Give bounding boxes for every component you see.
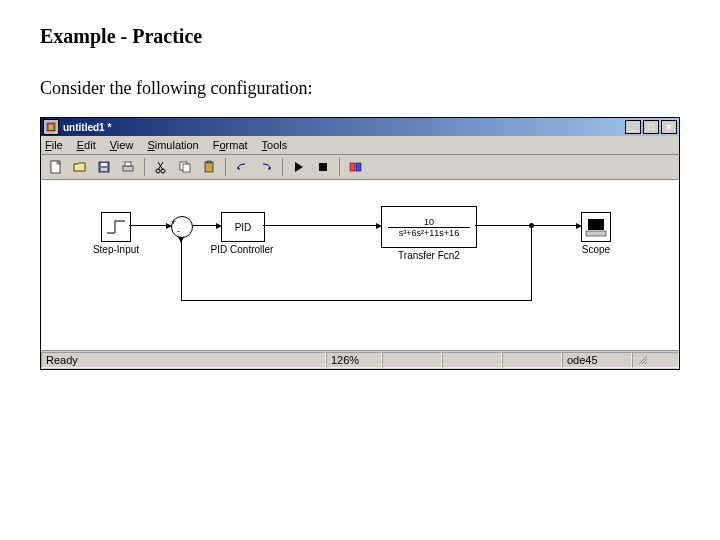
maximize-button[interactable]: □: [643, 120, 659, 134]
cut-button[interactable]: [150, 156, 172, 178]
separator: [144, 158, 145, 176]
arrow-icon: [178, 237, 184, 243]
stop-button[interactable]: [312, 156, 334, 178]
slide-subtitle: Consider the following configuration:: [40, 78, 680, 99]
svg-rect-7: [125, 162, 131, 166]
wire: [181, 238, 182, 301]
redo-button[interactable]: [255, 156, 277, 178]
paste-button[interactable]: [198, 156, 220, 178]
svg-rect-4: [101, 163, 107, 166]
resize-grip[interactable]: [632, 352, 679, 368]
label-pid: PID Controller: [207, 244, 277, 255]
arrow-icon: [166, 223, 172, 229]
status-cell: [442, 352, 502, 368]
svg-rect-15: [350, 163, 355, 171]
label-transfer-fcn: Transfer Fcn2: [386, 250, 472, 261]
status-cell: [502, 352, 562, 368]
status-cell: [382, 352, 442, 368]
arrow-icon: [576, 223, 582, 229]
tf-numerator: 10: [424, 217, 434, 227]
menubar: File Edit View Simulation Format Tools: [41, 136, 679, 155]
titlebar: untitled1 * _ □ ×: [41, 118, 679, 136]
menu-simulation[interactable]: Simulation: [147, 139, 198, 151]
model-canvas[interactable]: Step-Input + - PID PID Controller 10 s³+…: [41, 180, 679, 351]
separator: [282, 158, 283, 176]
block-transfer-fcn[interactable]: 10 s³+6s²+11s+16: [381, 206, 477, 248]
svg-rect-6: [123, 166, 133, 171]
status-solver: ode45: [562, 352, 632, 368]
save-button[interactable]: [93, 156, 115, 178]
svg-rect-13: [207, 161, 211, 163]
slide-title: Example - Practice: [40, 25, 680, 48]
print-button[interactable]: [117, 156, 139, 178]
statusbar: Ready 126% ode45: [41, 351, 679, 369]
svg-rect-1: [49, 125, 53, 129]
status-ready: Ready: [41, 352, 326, 368]
arrow-icon: [216, 223, 222, 229]
arrow-icon: [376, 223, 382, 229]
menu-file[interactable]: File: [45, 139, 63, 151]
wire: [181, 300, 532, 301]
menu-format[interactable]: Format: [213, 139, 248, 151]
block-sum[interactable]: + -: [171, 216, 193, 238]
new-button[interactable]: [45, 156, 67, 178]
menu-tools[interactable]: Tools: [262, 139, 288, 151]
library-button[interactable]: [345, 156, 367, 178]
block-step-input[interactable]: [101, 212, 131, 242]
wire: [475, 225, 581, 226]
tf-denominator: s³+6s²+11s+16: [399, 228, 459, 238]
block-pid[interactable]: PID: [221, 212, 265, 242]
separator: [225, 158, 226, 176]
svg-rect-11: [183, 164, 190, 172]
close-button[interactable]: ×: [661, 120, 677, 134]
status-zoom: 126%: [326, 352, 382, 368]
branch-node: [529, 223, 534, 228]
svg-rect-5: [101, 168, 107, 171]
block-scope[interactable]: [581, 212, 611, 242]
svg-rect-12: [205, 162, 213, 172]
separator: [339, 158, 340, 176]
toolbar: [41, 155, 679, 180]
wire: [263, 225, 381, 226]
wire: [531, 225, 532, 300]
svg-rect-17: [588, 219, 604, 230]
label-scope: Scope: [579, 244, 613, 255]
svg-rect-18: [586, 231, 606, 236]
label-step-input: Step-Input: [88, 244, 144, 255]
app-icon: [43, 119, 59, 135]
svg-rect-14: [319, 163, 327, 171]
wire: [129, 225, 171, 226]
simulink-window: untitled1 * _ □ × File Edit View Simulat…: [40, 117, 680, 370]
undo-button[interactable]: [231, 156, 253, 178]
copy-button[interactable]: [174, 156, 196, 178]
run-button[interactable]: [288, 156, 310, 178]
menu-view[interactable]: View: [110, 139, 134, 151]
open-button[interactable]: [69, 156, 91, 178]
minimize-button[interactable]: _: [625, 120, 641, 134]
svg-rect-16: [356, 163, 361, 171]
window-title: untitled1 *: [63, 122, 625, 133]
sum-minus: -: [177, 226, 180, 236]
menu-edit[interactable]: Edit: [77, 139, 96, 151]
